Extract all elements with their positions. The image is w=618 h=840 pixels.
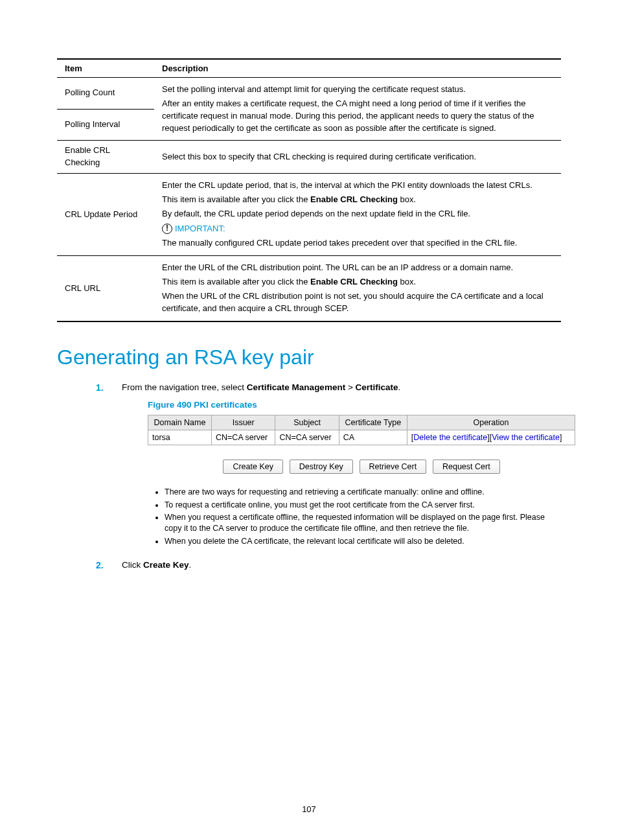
important-label: IMPORTANT: [175,223,225,235]
item-cell: Enable CRL Checking [57,141,154,174]
table-row: Enable CRL Checking Select this box to s… [57,141,561,174]
list-item: There are two ways for requesting and re… [165,487,556,498]
table-header-desc: Description [154,59,561,78]
list-item: To request a certificate online, you mus… [165,500,556,511]
desc-cell: Select this box to specify that CRL chec… [154,141,561,174]
pki-certificates-table: Domain Name Issuer Subject Certificate T… [148,415,575,445]
desc-cell: Enter the CRL update period, that is, th… [154,174,561,256]
create-key-button[interactable]: Create Key [223,460,283,474]
section-heading: Generating an RSA key pair [57,345,561,369]
desc-cell: Enter the URL of the CRL distribution po… [154,256,561,321]
config-item-table: Item Description Polling Count Set the p… [57,58,561,322]
col-domain-name: Domain Name [148,415,212,430]
col-cert-type: Certificate Type [339,415,407,430]
col-issuer: Issuer [212,415,275,430]
destroy-key-button[interactable]: Destroy Key [290,460,353,474]
col-subject: Subject [275,415,339,430]
page-number: 107 [0,804,618,814]
table-row: CRL Update Period Enter the CRL update p… [57,174,561,256]
item-cell: CRL URL [57,256,154,321]
cell-operation: [Delete the certificate][View the certif… [407,430,575,445]
delete-certificate-link[interactable]: Delete the certificate [413,433,487,442]
figure-caption: Figure 490 PKI certificates [148,400,561,410]
col-operation: Operation [407,415,575,430]
table-row: torsa CN=CA server CN=CA server CA [Dele… [148,430,575,445]
important-icon: ! [162,224,172,234]
item-cell: Polling Interval [57,109,154,141]
request-cert-button[interactable]: Request Cert [433,460,500,474]
important-callout: ! IMPORTANT: [162,223,553,235]
ui-notes-list: There are two ways for requesting and re… [148,487,556,547]
item-cell: CRL Update Period [57,174,154,256]
view-certificate-link[interactable]: View the certificate [492,433,560,442]
procedure-step: From the navigation tree, select Certifi… [96,382,561,547]
cell-issuer: CN=CA server [212,430,275,445]
cell-domain: torsa [148,430,212,445]
cell-subject: CN=CA server [275,430,339,445]
table-row: CRL URL Enter the URL of the CRL distrib… [57,256,561,321]
desc-cell: Set the polling interval and attempt lim… [154,78,561,141]
procedure-list: From the navigation tree, select Certifi… [96,382,561,570]
list-item: When you delete the CA certificate, the … [165,536,556,547]
table-header-item: Item [57,59,154,78]
documentation-page: Item Description Polling Count Set the p… [0,0,618,840]
table-row: Polling Count Set the polling interval a… [57,78,561,110]
list-item: When you request a certificate offline, … [165,512,556,534]
button-row: Create Key Destroy Key Retrieve Cert Req… [148,460,575,474]
retrieve-cert-button[interactable]: Retrieve Cert [360,460,427,474]
cell-cert-type: CA [339,430,407,445]
item-cell: Polling Count [57,78,154,110]
procedure-step: Click Create Key. [96,560,561,570]
